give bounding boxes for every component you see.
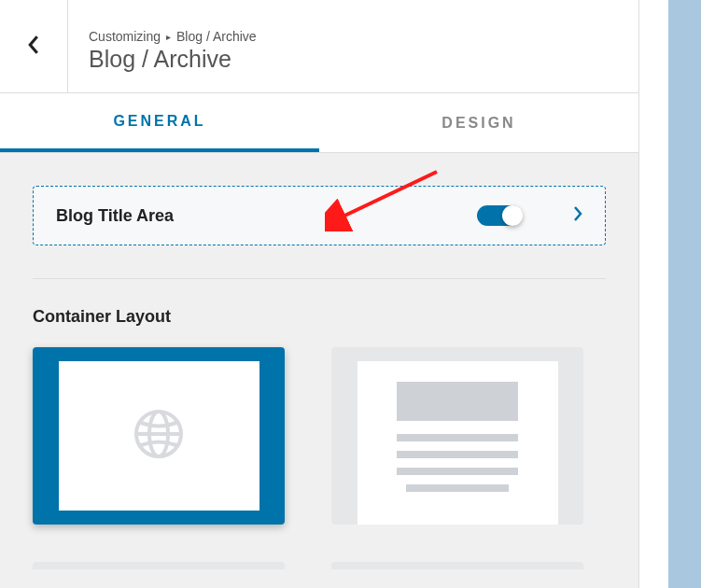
chevron-right-icon	[573, 206, 582, 225]
layout-option-boxed[interactable]	[331, 347, 583, 525]
globe-icon	[133, 409, 184, 463]
chevron-left-icon	[26, 35, 41, 58]
layout-preview	[59, 361, 259, 511]
preview-text-line	[397, 468, 518, 475]
tab-design[interactable]: DESIGN	[319, 93, 638, 152]
tab-general[interactable]: GENERAL	[0, 93, 319, 152]
layout-preview	[358, 361, 558, 525]
breadcrumb-current: Blog / Archive	[176, 29, 257, 44]
content-area: Blog Title Area Container Layout	[0, 153, 638, 588]
toggle-knob	[502, 205, 523, 226]
section-divider	[33, 278, 606, 279]
preview-edge	[668, 0, 701, 588]
tab-bar: GENERAL DESIGN	[0, 93, 638, 153]
layout-option-partial[interactable]	[331, 562, 583, 569]
back-button[interactable]	[0, 0, 68, 92]
layout-option-full[interactable]	[33, 347, 285, 525]
preview-text-line	[397, 451, 518, 458]
header-titles: Customizing ▸ Blog / Archive Blog / Arch…	[68, 0, 277, 92]
preview-text-line	[397, 434, 518, 441]
page-title: Blog / Archive	[89, 46, 257, 73]
layout-option-partial[interactable]	[33, 562, 285, 569]
container-layout-options	[33, 347, 606, 525]
breadcrumb: Customizing ▸ Blog / Archive	[89, 29, 257, 44]
layout-options-row-2	[33, 562, 606, 569]
preview-text-line	[406, 484, 509, 492]
container-layout-label: Container Layout	[33, 307, 606, 327]
breadcrumb-root: Customizing	[89, 29, 161, 44]
breadcrumb-separator-icon: ▸	[166, 32, 171, 42]
blog-title-area-row[interactable]: Blog Title Area	[33, 186, 606, 245]
blog-title-area-toggle[interactable]	[477, 205, 522, 226]
blog-title-area-label: Blog Title Area	[56, 206, 174, 226]
preview-image-block	[397, 382, 518, 421]
panel-header: Customizing ▸ Blog / Archive Blog / Arch…	[0, 0, 638, 93]
